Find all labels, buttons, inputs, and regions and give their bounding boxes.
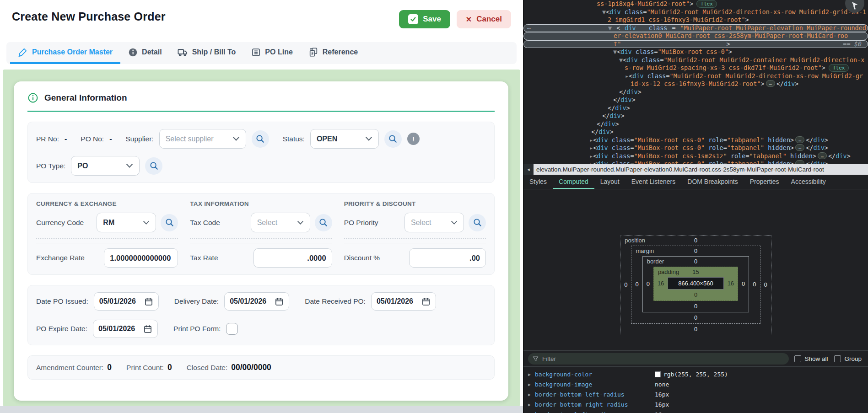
margin-bottom-value[interactable]: 0 [631,312,760,323]
box-model-border-layer[interactable]: border 0 0 padding 15 [642,256,749,312]
padding-top-value[interactable]: 15 [692,268,699,275]
status-warning-icon[interactable]: ! [407,133,420,145]
status-search-button[interactable] [384,130,402,148]
tax-code-search-button[interactable] [315,214,332,231]
currency-search-button[interactable] [161,214,178,231]
position-top-value[interactable]: 0 [694,237,697,244]
expand-arrow-icon[interactable]: ▶ [528,392,535,397]
dom-tree-line[interactable]: t"> == $0 [523,40,868,48]
dom-tree-line[interactable]: ▸<div class="MuiBox-root css-0" role="ta… [523,136,868,145]
dom-tree-line[interactable]: er-elevation0 MuiCard-root css-2s58ym-Mu… [523,32,868,40]
status-select[interactable]: OPEN [310,129,379,149]
cancel-button[interactable]: ✕ Cancel [457,10,511,28]
tab-properties[interactable]: Properties [744,175,785,189]
tab-layout[interactable]: Layout [594,175,625,189]
padding-left-value[interactable]: 16 [654,280,668,287]
color-swatch[interactable] [655,371,661,377]
box-model-padding-layer[interactable]: padding 15 16 866.400×560 16 [653,267,738,301]
computed-property-row[interactable]: ▶background-colorrgb(255, 255, 255) [523,369,868,379]
dom-tree-line[interactable]: ▸<div class="MuiGrid2-root MuiGrid2-dire… [523,72,868,80]
border-left-value[interactable]: 0 [643,280,653,287]
margin-top-value[interactable]: 0 [694,247,697,254]
dom-tree-line[interactable]: ▸<div class="MuiBox-root css-1sm2s1z" ro… [523,152,868,161]
group-checkbox[interactable] [834,355,841,362]
flex-badge[interactable]: flex [696,0,717,8]
expand-ellipsis-button[interactable]: … [795,136,804,143]
box-model-position-layer[interactable]: position 0 0 margin 0 0 [620,235,771,335]
date-po-issued-input[interactable]: 05/01/2026 [94,292,159,311]
tax-rate-input[interactable]: .0000 [253,248,332,268]
filter-input[interactable]: Filter [528,353,789,365]
tab-styles[interactable]: Styles [523,175,553,189]
box-model-margin-layer[interactable]: margin 0 0 border 0 0 [631,246,760,324]
dom-tree-line[interactable]: ▼<div class="MuiGrid2-root MuiGrid2-cont… [523,56,868,64]
computed-property-row[interactable]: ▶border-bottom-right-radius16px [523,399,868,409]
expand-ellipsis-button[interactable]: … [818,152,827,159]
more-actions-icon[interactable]: ⋯ [527,25,531,33]
computed-property-row[interactable]: ▶border-bottom-left-radius16px [523,389,868,399]
dom-tree-line[interactable]: ⋯▼<div class="MuiPaper-root MuiPaper-ele… [523,24,868,32]
supplier-search-button[interactable] [252,130,269,148]
dom-tree-line[interactable]: </div> [523,88,868,97]
dom-tree-line[interactable]: </div> [523,96,868,104]
dom-tree-line[interactable]: 2 imgGird1 css-16fnxy3-MuiGrid2-root"> [523,16,868,24]
tab-accessibility[interactable]: Accessibility [785,175,832,189]
po-expire-date-input[interactable]: 05/01/2026 [93,320,158,338]
date-received-po-input[interactable]: 05/01/2026 [371,292,436,311]
po-priority-search-button[interactable] [469,214,486,231]
box-model-content[interactable]: 866.400×560 [668,277,723,290]
dom-tree-line[interactable]: </div> [523,112,868,120]
exchange-rate-input[interactable]: 1.0000000000000 [104,248,178,268]
dom-tree-line[interactable]: id-xs-12 css-16fnxy3-MuiGrid2-root">…</d… [523,80,868,88]
computed-property-row[interactable]: ▶background-imagenone [523,379,868,389]
position-right-value[interactable]: 0 [760,281,771,288]
tab-reference[interactable]: Reference [301,42,366,64]
expand-ellipsis-button[interactable]: … [795,144,804,151]
dom-tree-line[interactable]: s-row MuiGrid2-spacing-xs-3 css-dkd71f-M… [523,64,868,72]
breadcrumb-scroll-left-button[interactable]: ◂ [523,164,534,175]
expand-ellipsis-button[interactable]: … [766,80,775,87]
border-bottom-value[interactable]: 0 [643,301,749,312]
padding-right-value[interactable]: 16 [724,280,738,287]
dom-tree-line[interactable]: ▸<div class="MuiBox-root css-0" role="ta… [523,160,868,164]
show-all-checkbox[interactable] [794,355,801,362]
border-right-value[interactable]: 0 [738,280,749,287]
padding-bottom-value[interactable]: 0 [654,290,738,300]
margin-left-value[interactable]: 0 [631,281,642,288]
computed-property-row[interactable]: ▶border-top-left-radius16px [523,409,868,413]
po-type-select[interactable]: PO [71,156,140,176]
flex-badge[interactable]: flex [829,64,849,72]
border-top-value[interactable]: 0 [694,258,697,265]
tab-computed[interactable]: Computed [553,175,594,189]
print-po-form-checkbox[interactable] [226,323,238,335]
currency-code-select[interactable]: RM [97,213,156,232]
supplier-select[interactable]: Select supplier [159,129,246,149]
tab-dom-breakpoints[interactable]: DOM Breakpoints [681,175,744,189]
position-bottom-value[interactable]: 0 [620,324,771,335]
tab-event-listeners[interactable]: Event Listeners [625,175,682,189]
po-type-search-button[interactable] [145,157,162,175]
dom-tree-line[interactable]: </div> [523,104,868,113]
tab-ship-bill-to[interactable]: Ship / Bill To [170,42,244,64]
dom-tree-line[interactable]: ▼<div class="MuiBox-root css-0"> [523,48,868,56]
expand-ellipsis-button[interactable]: … [795,160,804,164]
tab-purchase-order-master[interactable]: Purchase Order Master [10,42,120,64]
dom-tree-line[interactable]: </div> [523,120,868,129]
expand-arrow-icon[interactable]: ▶ [528,402,535,407]
margin-right-value[interactable]: 0 [749,281,760,288]
breadcrumb[interactable]: elevation.MuiPaper-rounded.MuiPaper-elev… [534,166,824,173]
tab-po-line[interactable]: PO Line [243,42,300,64]
dom-tree-line[interactable]: ss-1pi8xg4-MuiGrid2-root">flex [523,0,868,8]
po-priority-select[interactable]: Select [404,213,464,232]
expand-arrow-icon[interactable]: ▶ [528,372,535,377]
expand-arrow-icon[interactable]: ▶ [528,382,535,387]
dom-tree-line[interactable]: ▸<div class="MuiBox-root css-0" role="ta… [523,144,868,152]
dom-tree-line[interactable]: ▼<div class="MuiGrid2-root MuiGrid2-dire… [523,8,868,16]
discount-input[interactable]: .00 [409,248,486,268]
tax-code-select[interactable]: Select [251,213,310,232]
delivery-date-input[interactable]: 05/01/2026 [224,292,289,311]
dom-tree-line[interactable]: </div> [523,128,868,136]
tab-detail[interactable]: Detail [120,42,170,64]
position-left-value[interactable]: 0 [620,281,631,288]
save-button[interactable]: Save [399,10,450,28]
